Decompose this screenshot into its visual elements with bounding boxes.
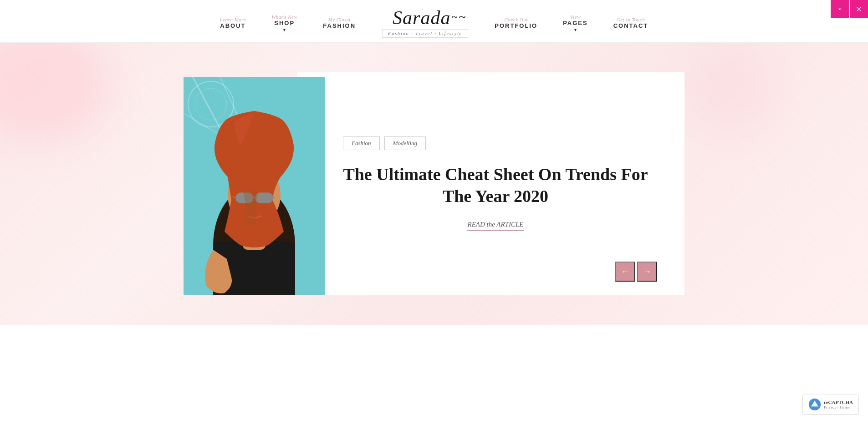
prev-slide-button[interactable]: ← [615, 262, 635, 282]
pages-dropdown-arrow: ▾ [574, 27, 577, 32]
close-icon-btn[interactable] [850, 0, 868, 18]
chevron-icon-btn[interactable] [831, 0, 849, 18]
read-article-link[interactable]: READ the ARTICLE [467, 221, 523, 231]
tag-fashion[interactable]: Fashion [343, 136, 380, 150]
nav-label-top-pages: View [570, 14, 581, 20]
nav-label-main-about: ABOUT [220, 22, 245, 29]
nav-label-main-fashion: FASHION [323, 22, 356, 29]
bg-blob-2 [686, 43, 777, 134]
nav-label-main-contact: CONTACT [613, 22, 648, 29]
nav-label-top-portfolio: Check Out [505, 17, 528, 22]
chevron-down-icon [836, 5, 843, 13]
slide-photo [184, 77, 325, 295]
main-nav: Learn More ABOUT What's New SHOP ▾ My Cl… [161, 8, 707, 38]
bg-blob-1 [0, 43, 109, 143]
nav-item-portfolio[interactable]: Check Out PORTFOLIO [482, 17, 550, 29]
nav-item-shop[interactable]: What's New SHOP ▾ [259, 14, 310, 32]
slide-container: Fashion Modelling The Ultimate Cheat She… [184, 72, 684, 295]
logo-text: Sarada~ [393, 8, 458, 27]
site-header: Learn More ABOUT What's New SHOP ▾ My Cl… [0, 0, 868, 42]
nav-item-pages[interactable]: View PAGES ▾ [550, 14, 601, 32]
top-icons [831, 0, 868, 18]
shop-dropdown-arrow: ▾ [283, 27, 286, 32]
svg-rect-11 [255, 193, 273, 203]
nav-label-top-contact: Get in Touch [617, 17, 645, 22]
tag-modelling[interactable]: Modelling [384, 136, 426, 150]
photo-placeholder [184, 77, 325, 295]
nav-item-about[interactable]: Learn More ABOUT [207, 17, 259, 29]
next-slide-button[interactable]: → [637, 262, 657, 282]
site-logo[interactable]: Sarada~ Fashion · Travel · Lifestyle [368, 8, 482, 38]
slide-navigation: ← → [615, 262, 657, 282]
nav-label-main-pages: PAGES [563, 20, 588, 26]
person-illustration [184, 77, 325, 295]
article-tags: Fashion Modelling [343, 136, 648, 150]
logo-subtitle: Fashion · Travel · Lifestyle [382, 29, 468, 38]
nav-label-top-shop: What's New [271, 14, 297, 20]
article-title: The Ultimate Cheat Sheet On Trends For T… [343, 164, 648, 207]
nav-label-top-fashion: My Closet [328, 17, 350, 22]
nav-label-main-portfolio: PORTFOLIO [495, 22, 537, 29]
nav-label-top-about: Learn More [220, 17, 246, 22]
article-card: Fashion Modelling The Ultimate Cheat She… [297, 72, 684, 295]
hero-section: Fashion Modelling The Ultimate Cheat She… [0, 43, 868, 325]
nav-item-fashion[interactable]: My Closet FASHION [310, 17, 368, 29]
nav-item-contact[interactable]: Get in Touch CONTACT [601, 17, 661, 29]
close-icon [855, 5, 863, 13]
nav-label-main-shop: SHOP [274, 20, 295, 26]
